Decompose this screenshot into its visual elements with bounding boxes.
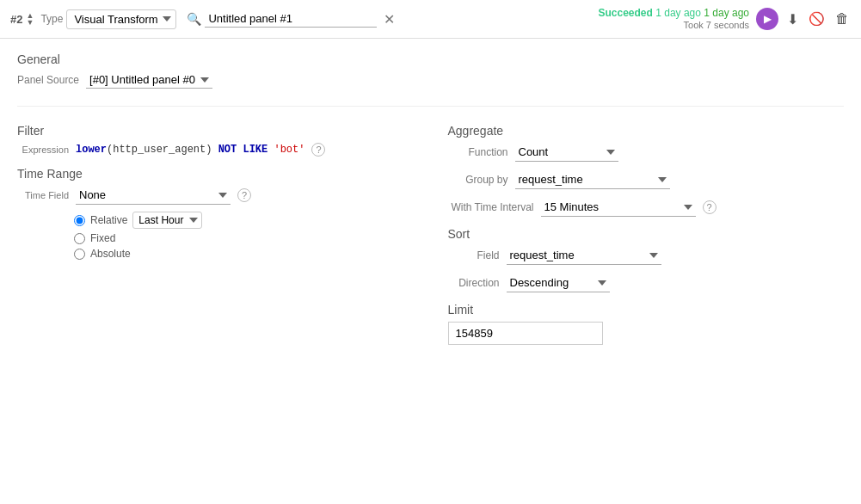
time-interval-row: With Time Interval 15 Minutes ? [448, 198, 845, 217]
sort-field-label: Field [448, 249, 500, 261]
status-text: Succeeded 1 day ago 1 day ago Took 7 sec… [599, 7, 750, 31]
radio-group: Relative Last Hour Fixed Absolute [74, 212, 414, 260]
fixed-radio[interactable] [74, 233, 85, 244]
eye-off-icon: 🚫 [809, 11, 825, 26]
panel-number: #2 [10, 13, 22, 26]
expression-label: Expression [17, 144, 69, 155]
sort-title: Sort [448, 227, 845, 241]
group-by-label: Group by [448, 174, 508, 186]
panel-source-row: Panel Source [#0] Untitled panel #0 [17, 71, 844, 89]
left-column: Filter Expression lower(http_user_agent)… [17, 124, 414, 345]
limit-section: Limit [448, 303, 845, 345]
eye-off-button[interactable]: 🚫 [807, 9, 827, 28]
sort-field-select[interactable]: request_time [507, 246, 661, 265]
status-ago-text: 1 day ago [704, 7, 749, 19]
limit-title: Limit [448, 303, 845, 317]
fixed-radio-row: Fixed [74, 232, 414, 244]
absolute-radio[interactable] [74, 249, 85, 260]
header: #2 ▲ ▼ Type Visual Transform 🔍 ✕ Succeed… [0, 0, 861, 39]
expression-row: Expression lower(http_user_agent) NOT LI… [17, 143, 414, 157]
sort-direction-row: Direction Descending Ascending [448, 274, 845, 292]
search-icon: 🔍 [187, 12, 201, 26]
header-left: #2 ▲ ▼ Type Visual Transform 🔍 ✕ [10, 9, 593, 29]
status-success: Succeeded [599, 7, 653, 19]
relative-radio-row: Relative Last Hour [74, 212, 414, 229]
chevron-down-icon[interactable]: ▼ [26, 19, 34, 26]
absolute-label: Absolute [90, 248, 131, 260]
main-content: General Panel Source [#0] Untitled panel… [0, 39, 861, 359]
filter-section: Filter Expression lower(http_user_agent)… [17, 124, 414, 157]
general-section: General Panel Source [#0] Untitled panel… [17, 52, 844, 89]
group-by-select[interactable]: request_time [515, 170, 670, 189]
play-button[interactable]: ▶ [756, 8, 778, 30]
time-field-label: Time Field [17, 190, 69, 200]
expression-display: lower(http_user_agent) NOT LIKE 'bot' [76, 144, 304, 156]
time-range-title: Time Range [17, 167, 414, 181]
panel-source-label: Panel Source [17, 74, 79, 86]
divider [17, 106, 844, 107]
close-icon[interactable]: ✕ [384, 11, 395, 28]
two-col-layout: Filter Expression lower(http_user_agent)… [17, 124, 844, 345]
play-icon: ▶ [764, 13, 772, 25]
function-row: Function Count [448, 143, 845, 162]
aggregate-section: Aggregate Function Count Group by reques… [448, 124, 845, 217]
sort-direction-label: Direction [448, 277, 500, 289]
type-label: Type [40, 13, 63, 25]
sort-section: Sort Field request_time Direction Descen… [448, 227, 845, 292]
fixed-label: Fixed [90, 232, 115, 244]
trash-button[interactable]: 🗑 [833, 9, 851, 28]
download-icon: ⬇ [787, 12, 798, 27]
relative-select[interactable]: Last Hour [132, 212, 202, 229]
download-button[interactable]: ⬇ [785, 9, 800, 29]
status-ago: 1 day ago [655, 7, 701, 19]
panel-source-select[interactable]: [#0] Untitled panel #0 [86, 71, 212, 89]
status-took: Took 7 seconds [684, 20, 749, 30]
time-interval-select[interactable]: 15 Minutes [541, 198, 696, 217]
trash-icon: 🗑 [835, 11, 849, 26]
expression-help-icon[interactable]: ? [311, 143, 325, 157]
panel-nav-chevrons[interactable]: ▲ ▼ [26, 12, 34, 26]
right-column: Aggregate Function Count Group by reques… [448, 124, 845, 345]
general-title: General [17, 52, 844, 66]
time-interval-label: With Time Interval [448, 201, 534, 213]
relative-radio[interactable] [74, 215, 85, 226]
header-right: Succeeded 1 day ago 1 day ago Took 7 sec… [599, 7, 852, 31]
group-by-row: Group by request_time [448, 170, 845, 189]
type-select[interactable]: Visual Transform [66, 9, 176, 29]
time-field-row: Time Field None ? [17, 186, 414, 205]
limit-input[interactable] [448, 322, 603, 345]
aggregate-title: Aggregate [448, 124, 845, 138]
sort-field-row: Field request_time [448, 246, 845, 265]
time-field-help-icon[interactable]: ? [237, 188, 251, 202]
relative-label: Relative [90, 214, 127, 226]
sort-direction-select[interactable]: Descending Ascending [507, 274, 610, 292]
time-interval-help-icon[interactable]: ? [703, 200, 716, 214]
panel-title-input[interactable] [205, 10, 377, 28]
time-field-select[interactable]: None [76, 186, 231, 205]
filter-title: Filter [17, 124, 414, 138]
time-range-section: Time Range Time Field None ? Relative La… [17, 167, 414, 260]
absolute-radio-row: Absolute [74, 248, 414, 260]
function-label: Function [448, 146, 508, 158]
function-select[interactable]: Count [515, 143, 618, 162]
